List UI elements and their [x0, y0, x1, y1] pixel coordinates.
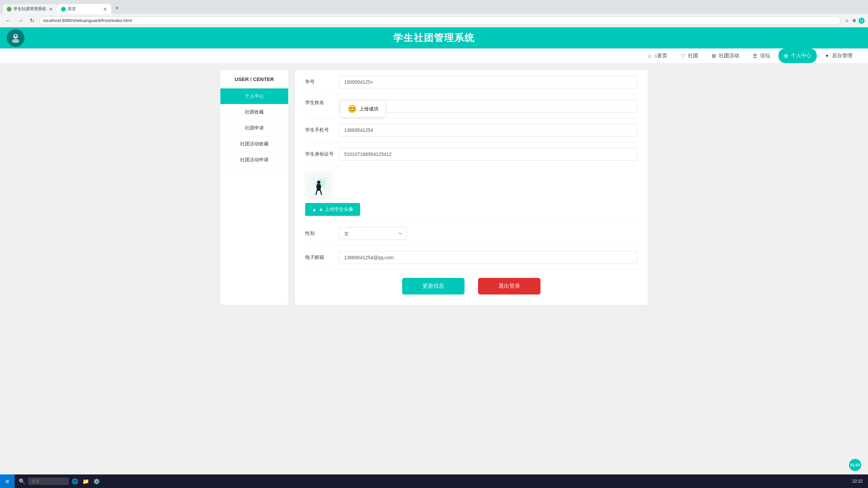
- upload-toast-text: 上传成功: [359, 106, 378, 112]
- forward-button[interactable]: →: [16, 16, 25, 25]
- main-content: USER / CENTER 个人中心 社团收藏 社团申请 社团活动收藏 社团活动…: [214, 63, 654, 311]
- svg-point-6: [313, 179, 314, 180]
- avatar-preview: [305, 172, 332, 199]
- sidebar-menu: 个人中心 社团收藏 社团申请 社团活动收藏 社团活动申请: [220, 88, 288, 168]
- input-phone[interactable]: [339, 124, 637, 137]
- new-tab-button[interactable]: +: [111, 3, 123, 14]
- browser-tab-2[interactable]: 首页 ✕: [57, 4, 111, 14]
- browser-chrome: 学生社团管理系统 ✕ 首页 ✕ + ← → ↻ ☆ ⚙ U: [0, 0, 868, 27]
- tab-favicon-1: [7, 7, 12, 12]
- input-xh[interactable]: [339, 76, 637, 88]
- action-row: 更新信息 退出登录: [305, 270, 637, 294]
- input-email[interactable]: [339, 251, 637, 264]
- browser-icons: ☆ ⚙ U: [844, 18, 865, 24]
- tab-close-1[interactable]: ✕: [49, 6, 53, 12]
- label-email: 电子邮箱: [305, 255, 339, 261]
- address-bar[interactable]: [39, 16, 841, 25]
- nav-activity[interactable]: ⊞ 社团活动: [706, 48, 745, 63]
- tab-close-2[interactable]: ✕: [103, 6, 107, 12]
- sidebar-item-favorites[interactable]: 社团收藏: [220, 104, 288, 120]
- upload-toast: 😊 上传成功: [340, 101, 386, 117]
- app-nav: ⌂ ⌂首页 ♡ 社团 ⊞ 社团活动 ☰ 论坛 ✿ 个人中心 ✦ 后台管理: [0, 48, 868, 63]
- sidebar: USER / CENTER 个人中心 社团收藏 社团申请 社团活动收藏 社团活动…: [220, 70, 288, 305]
- upload-avatar-button[interactable]: ▲ ▲ 上传学生头像: [305, 203, 360, 216]
- svg-point-7: [325, 178, 326, 179]
- upload-btn-label: ▲ 上传学生头像: [319, 206, 353, 212]
- svg-point-8: [324, 188, 325, 189]
- sidebar-item-personal[interactable]: 个人中心: [220, 88, 288, 104]
- svg-point-5: [317, 181, 320, 184]
- app-header: 学生社团管理系统: [0, 27, 868, 48]
- refresh-button[interactable]: ↻: [28, 16, 36, 25]
- bookmark-icon[interactable]: ☆: [844, 18, 850, 24]
- input-idcard[interactable]: [339, 148, 637, 161]
- update-button[interactable]: 更新信息: [402, 278, 465, 294]
- form-row-idcard: 学生身份证号: [305, 142, 637, 166]
- browser-toolbar: ← → ↻ ☆ ⚙ U: [0, 14, 868, 27]
- label-gender: 性别: [305, 230, 339, 237]
- back-button[interactable]: ←: [3, 16, 13, 25]
- label-idcard: 学生身份证号: [305, 151, 339, 157]
- label-xh: 学号: [305, 79, 339, 85]
- extension-icon[interactable]: ⚙: [851, 18, 857, 24]
- form-area: 学号 学生姓名 😊 上传成功 学生手机号 学生身份证号: [295, 70, 648, 305]
- svg-point-1: [12, 39, 19, 43]
- browser-tabs: 学生社团管理系统 ✕ 首页 ✕ +: [0, 0, 868, 14]
- nav-home[interactable]: ⌂ ⌂首页: [643, 48, 673, 63]
- profile-icon[interactable]: U: [859, 18, 865, 24]
- upload-icon: ▲: [312, 207, 317, 212]
- form-row-phone: 学生手机号: [305, 118, 637, 142]
- gender-select[interactable]: 女 男: [339, 227, 407, 240]
- tab-favicon-2: [61, 7, 66, 12]
- form-row-id: 学号: [305, 70, 637, 94]
- sidebar-item-activity-fav[interactable]: 社团活动收藏: [220, 136, 288, 152]
- nav-admin[interactable]: ✦ 后台管理: [820, 48, 858, 63]
- form-row-gender: 性别 女 男: [305, 222, 637, 246]
- app-logo: [7, 29, 24, 47]
- sidebar-item-apply[interactable]: 社团申请: [220, 120, 288, 136]
- label-name: 学生姓名: [305, 100, 339, 106]
- app-title: 学生社团管理系统: [393, 32, 475, 44]
- logout-button[interactable]: 退出登录: [478, 278, 540, 294]
- form-row-name: 学生姓名 😊 上传成功: [305, 94, 637, 118]
- svg-point-2: [15, 35, 17, 37]
- form-row-email: 电子邮箱: [305, 246, 637, 270]
- nav-personal[interactable]: ✿ 个人中心: [778, 48, 817, 63]
- avatar-row: ▲ ▲ 上传学生头像: [305, 166, 637, 222]
- label-phone: 学生手机号: [305, 127, 339, 133]
- nav-forum[interactable]: ☰ 论坛: [747, 48, 775, 63]
- tab-label-1: 学生社团管理系统: [14, 6, 46, 12]
- sidebar-item-activity-apply[interactable]: 社团活动申请: [220, 152, 288, 168]
- sidebar-header: USER / CENTER: [220, 70, 288, 88]
- smiley-icon: 😊: [348, 105, 357, 114]
- tab-label-2: 首页: [68, 6, 76, 12]
- nav-club[interactable]: ♡ 社团: [675, 48, 704, 63]
- browser-tab-1[interactable]: 学生社团管理系统 ✕: [3, 4, 57, 14]
